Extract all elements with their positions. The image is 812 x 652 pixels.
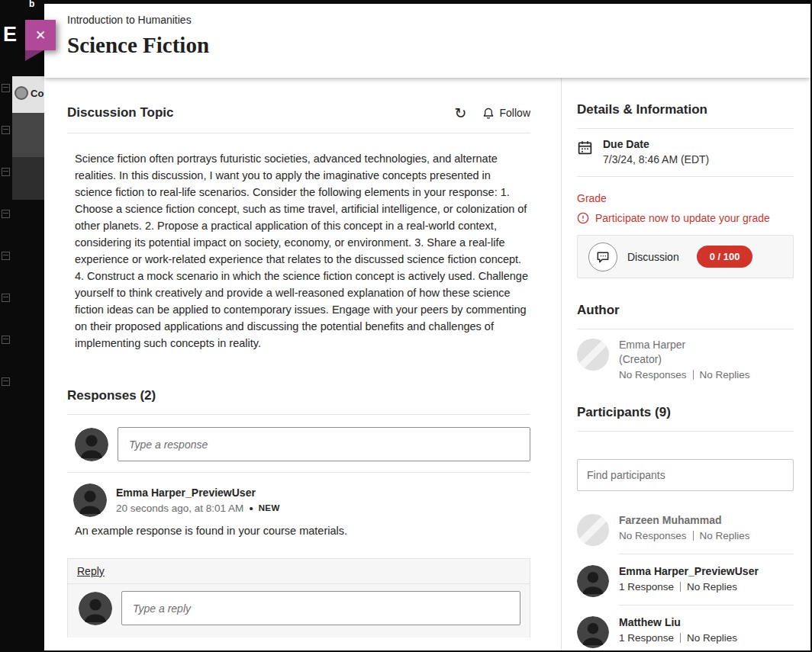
details-sidebar: Details & Information xyxy=(561,78,810,650)
follow-button[interactable]: Follow xyxy=(482,107,530,120)
grade-item-label: Discussion xyxy=(627,251,679,263)
participant-response-count: No Responses xyxy=(619,530,687,541)
due-date-value: 7/3/24, 8:46 AM (EDT) xyxy=(603,153,709,165)
response-input[interactable] xyxy=(118,427,530,461)
participant-list: Farzeen Muhammad No ResponsesNo Replies … xyxy=(577,511,794,650)
author-reply-count: No Replies xyxy=(700,369,750,381)
rail-grid-icon[interactable] xyxy=(2,377,10,386)
stat-divider xyxy=(693,370,694,380)
participant-response-count: 1 Response xyxy=(619,632,674,644)
author-role: (Creator) xyxy=(619,353,750,365)
due-date-label: Due Date xyxy=(603,138,709,150)
divider xyxy=(619,554,794,554)
reply-link[interactable]: Reply xyxy=(77,565,105,577)
discussion-icon xyxy=(588,242,617,271)
participant-name: Emma Harper_PreviewUser xyxy=(619,565,759,577)
divider xyxy=(577,329,794,329)
panel-body: Discussion Topic ↻ Follow xyxy=(44,78,810,650)
underlay-course-letter: E xyxy=(3,23,17,47)
discussion-main-column: Discussion Topic ↻ Follow xyxy=(67,78,530,650)
response-author-name: Emma Harper_PreviewUser xyxy=(116,487,280,499)
participant-reply-count: No Replies xyxy=(687,632,737,644)
warning-icon xyxy=(577,212,589,224)
breadcrumb-course-title: Introduction to Humanities xyxy=(67,14,810,26)
rail-grid-icon[interactable] xyxy=(2,336,10,344)
underlay-panel xyxy=(12,157,44,200)
reply-section: Reply xyxy=(67,558,530,638)
bell-icon xyxy=(482,107,495,120)
refresh-button[interactable]: ↻ xyxy=(455,106,467,120)
underlay-tab-label: Co xyxy=(31,88,44,99)
new-badge: NEW xyxy=(259,503,280,512)
response-body: An example response is found in your cou… xyxy=(73,525,530,537)
underlay-avatar-icon xyxy=(14,86,28,100)
underlay-panel xyxy=(12,113,44,157)
page-title: Science Fiction xyxy=(67,33,810,58)
discussion-topic-body: Science fiction often portrays futuristi… xyxy=(67,150,530,352)
author-heading: Author xyxy=(577,303,794,318)
author-row: Emma Harper (Creator) No ResponsesNo Rep… xyxy=(577,339,794,381)
rail-grid-icon[interactable] xyxy=(2,210,10,218)
rail-grid-icon[interactable] xyxy=(2,168,10,176)
new-dot-icon: • xyxy=(249,502,253,515)
participant-avatar xyxy=(577,565,609,597)
underlay-logo-text: b xyxy=(29,0,34,9)
participant-name: Farzeen Muhammad xyxy=(619,514,750,526)
participant-row[interactable]: Matthew Liu 1 ResponseNo Replies xyxy=(577,613,794,650)
rail-grid-icon[interactable] xyxy=(2,84,10,92)
panel-header: Introduction to Humanities Science Ficti… xyxy=(44,4,810,78)
participants-heading: Participants (9) xyxy=(577,405,794,420)
participant-row[interactable]: Emma Harper_PreviewUser 1 ResponseNo Rep… xyxy=(577,562,794,605)
response-item: Emma Harper_PreviewUser 20 seconds ago, … xyxy=(67,483,530,537)
find-participants-input[interactable] xyxy=(577,459,794,491)
current-user-avatar xyxy=(75,428,108,461)
divider xyxy=(619,605,794,605)
author-name: Emma Harper xyxy=(619,339,750,351)
underlay-course-tab: Co xyxy=(12,76,44,113)
discussion-panel: Introduction to Humanities Science Ficti… xyxy=(44,4,810,650)
details-heading: Details & Information xyxy=(577,102,794,117)
participant-name: Matthew Liu xyxy=(619,616,737,628)
participant-reply-count: No Replies xyxy=(687,581,737,593)
discussion-topic-heading: Discussion Topic xyxy=(67,105,174,120)
grade-warning-text: Participate now to update your grade xyxy=(595,212,770,224)
calendar-icon xyxy=(577,140,593,156)
author-response-count: No Responses xyxy=(619,369,687,381)
grade-item-row[interactable]: Discussion 0 / 100 xyxy=(577,235,794,278)
grade-section-label: Grade xyxy=(577,192,794,204)
rail-grid-icon[interactable] xyxy=(2,126,10,134)
stat-divider xyxy=(680,582,681,592)
responses-heading: Responses (2) xyxy=(67,388,530,403)
stat-divider xyxy=(680,633,681,643)
divider xyxy=(67,472,530,473)
follow-label: Follow xyxy=(500,107,530,119)
participant-avatar xyxy=(577,514,609,546)
reply-user-avatar xyxy=(79,592,112,625)
rail-grid-icon[interactable] xyxy=(2,252,10,260)
divider xyxy=(67,414,530,415)
reply-input[interactable] xyxy=(121,591,520,625)
response-timestamp: 20 seconds ago, at 8:01 AM xyxy=(116,503,243,514)
rail-grid-icon[interactable] xyxy=(2,294,10,302)
sidebar-icon-rail xyxy=(0,84,12,419)
refresh-icon: ↻ xyxy=(455,105,467,121)
stat-divider xyxy=(693,531,694,541)
divider xyxy=(577,431,794,432)
participant-row[interactable]: Farzeen Muhammad No ResponsesNo Replies xyxy=(577,511,794,554)
close-button[interactable]: ✕ xyxy=(25,20,56,50)
grade-pill[interactable]: 0 / 100 xyxy=(697,246,753,268)
divider xyxy=(67,133,530,133)
participant-reply-count: No Replies xyxy=(700,530,750,541)
divider xyxy=(577,176,794,177)
participant-avatar xyxy=(577,616,609,648)
divider xyxy=(577,128,794,129)
response-author-avatar xyxy=(73,483,107,517)
participant-response-count: 1 Response xyxy=(619,581,674,593)
author-avatar xyxy=(577,339,609,371)
close-icon: ✕ xyxy=(35,27,46,43)
